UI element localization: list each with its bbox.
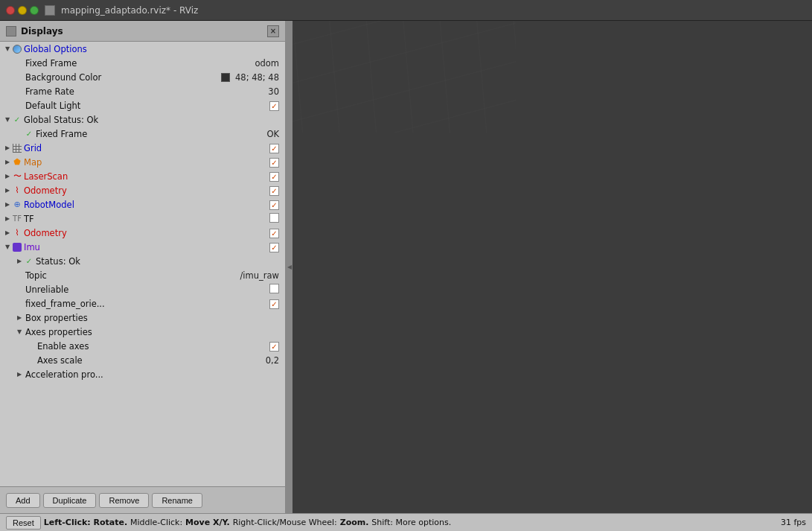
map-icon: ⬟ xyxy=(12,157,22,168)
frame-rate-row[interactable]: Frame Rate 30 xyxy=(0,84,285,98)
tf-label: TF xyxy=(22,214,269,224)
default-light-check[interactable] xyxy=(269,101,279,111)
ffo-checkbox[interactable] xyxy=(269,299,285,309)
globe-icon xyxy=(12,44,22,54)
statusbar: Reset Left-Click: Rotate. Middle-Click: … xyxy=(0,513,812,531)
expand-laserscan[interactable] xyxy=(3,172,12,181)
maximize-button[interactable] xyxy=(30,6,39,15)
default-light-row[interactable]: Default Light xyxy=(0,98,285,112)
imu-row[interactable]: Imu xyxy=(0,240,285,254)
odometry2-row[interactable]: ⌇ Odometry xyxy=(0,226,285,240)
background-color-row[interactable]: Background Color 48; 48; 48 xyxy=(0,70,285,84)
grid-check[interactable] xyxy=(269,144,279,153)
background-color-value: 48; 48; 48 xyxy=(221,72,285,83)
global-options-row[interactable]: Global Options xyxy=(0,42,285,56)
rename-button[interactable]: Rename xyxy=(152,493,202,508)
map-check[interactable] xyxy=(269,158,279,168)
odom2-checkbox[interactable] xyxy=(269,228,285,238)
enable-axes-row[interactable]: Enable axes xyxy=(0,339,285,353)
axes-properties-row[interactable]: Axes properties xyxy=(0,325,285,339)
ff-status-value: OK xyxy=(266,129,285,139)
box-properties-row[interactable]: Box properties xyxy=(0,311,285,325)
3d-viewport[interactable]: IMU xyxy=(292,21,812,513)
odom2-check[interactable] xyxy=(269,229,279,238)
expand-imu-status[interactable] xyxy=(15,257,24,266)
tf-check[interactable] xyxy=(269,213,279,223)
expand-odom2[interactable] xyxy=(3,229,12,238)
panel-close-button[interactable]: × xyxy=(267,25,279,37)
unreliable-check[interactable] xyxy=(269,284,279,293)
map-row[interactable]: ⬟ Map xyxy=(0,155,285,169)
expand-map[interactable] xyxy=(3,158,12,167)
odom2-label: Odometry xyxy=(22,228,269,238)
global-status-row[interactable]: ✓ Global Status: Ok xyxy=(0,112,285,127)
color-swatch xyxy=(221,73,230,82)
ffo-check[interactable] xyxy=(269,299,279,309)
window-controls[interactable] xyxy=(6,6,39,15)
robotmodel-icon: ⊕ xyxy=(12,200,22,210)
expand-accel-pro[interactable] xyxy=(15,370,24,379)
odom1-checkbox[interactable] xyxy=(269,185,285,196)
expand-box-props[interactable] xyxy=(15,314,24,322)
box-properties-label: Box properties xyxy=(24,313,285,323)
laserscan-row[interactable]: 〜 LaserScan xyxy=(0,169,285,183)
expand-global-options[interactable] xyxy=(3,45,12,54)
panel-buttons: Add Duplicate Remove Rename xyxy=(0,486,285,513)
ff-status-check-icon: ✓ xyxy=(24,129,34,139)
accel-pro-row[interactable]: Acceleration pro... xyxy=(0,367,285,381)
tf-checkbox[interactable] xyxy=(269,213,285,225)
displays-panel: Displays × Global Options Fixed Frame od… xyxy=(0,21,287,513)
remove-button[interactable]: Remove xyxy=(99,493,149,508)
expand-axes-props[interactable] xyxy=(15,328,24,337)
expand-tf[interactable] xyxy=(3,214,12,223)
odometry1-row[interactable]: ⌇ Odometry xyxy=(0,183,285,197)
imu-status-row[interactable]: ✓ Status: Ok xyxy=(0,254,285,268)
laserscan-check[interactable] xyxy=(269,172,279,182)
robotmodel-row[interactable]: ⊕ RobotModel xyxy=(0,197,285,212)
displays-tree[interactable]: Global Options Fixed Frame odom Backgrou… xyxy=(0,42,285,486)
map-label: Map xyxy=(22,157,269,168)
expand-robotmodel[interactable] xyxy=(3,200,12,209)
laserscan-checkbox[interactable] xyxy=(269,171,285,182)
panel-separator[interactable] xyxy=(287,21,292,513)
close-button[interactable] xyxy=(6,6,15,15)
add-button[interactable]: Add xyxy=(6,493,40,508)
enable-axes-checkbox[interactable] xyxy=(269,341,285,352)
tf-row[interactable]: TF TF xyxy=(0,212,285,226)
axes-scale-label: Axes scale xyxy=(36,355,266,366)
default-light-checkbox[interactable] xyxy=(269,101,285,111)
map-checkbox[interactable] xyxy=(269,157,285,168)
axes-scale-row[interactable]: Axes scale 0,2 xyxy=(0,353,285,367)
robotmodel-checkbox[interactable] xyxy=(269,200,285,210)
tf-icon: TF xyxy=(12,214,22,224)
panel-title: Displays xyxy=(21,26,63,36)
grid-row[interactable]: Grid xyxy=(0,141,285,155)
duplicate-button[interactable]: Duplicate xyxy=(43,493,97,508)
main-area: Displays × Global Options Fixed Frame od… xyxy=(0,21,812,513)
fixed-frame-orien-row[interactable]: fixed_frame_orie... xyxy=(0,296,285,311)
expand-global-status[interactable] xyxy=(3,115,12,124)
odom1-check[interactable] xyxy=(269,186,279,196)
unreliable-row[interactable]: Unreliable xyxy=(0,282,285,296)
fixed-frame-row[interactable]: Fixed Frame odom xyxy=(0,56,285,70)
fixed-frame-status-row[interactable]: ✓ Fixed Frame OK xyxy=(0,127,285,141)
unreliable-checkbox[interactable] xyxy=(269,284,285,296)
robotmodel-check[interactable] xyxy=(269,200,279,210)
imu-checkbox[interactable] xyxy=(269,242,285,252)
enable-axes-check[interactable] xyxy=(269,342,279,352)
topic-row[interactable]: Topic /imu_raw xyxy=(0,268,285,282)
axes-properties-label: Axes properties xyxy=(24,327,285,337)
grid-background: IMU xyxy=(292,21,516,133)
expand-grid[interactable] xyxy=(3,144,12,153)
reset-button[interactable]: Reset xyxy=(6,516,41,530)
enable-axes-label: Enable axes xyxy=(36,341,269,352)
default-light-label: Default Light xyxy=(24,101,269,111)
expand-odom1[interactable] xyxy=(3,186,12,195)
grid-checkbox[interactable] xyxy=(269,143,285,153)
expand-imu[interactable] xyxy=(3,243,12,252)
imu-check[interactable] xyxy=(269,243,279,252)
titlebar: mapping_adaptado.rviz* - RViz xyxy=(0,0,812,21)
minimize-button[interactable] xyxy=(18,6,27,15)
topic-value: /imu_raw xyxy=(240,270,286,281)
imu-status-icon: ✓ xyxy=(24,256,34,267)
